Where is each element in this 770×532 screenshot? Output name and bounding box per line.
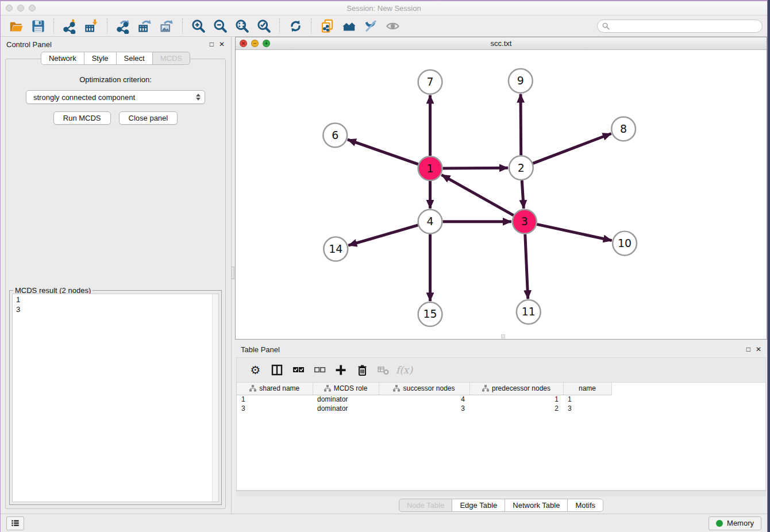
attribute-icon <box>482 385 489 392</box>
graph-node-11[interactable]: 11 <box>517 300 541 324</box>
table-row[interactable]: 3dominator323 <box>237 404 611 413</box>
column-header-predecessor-nodes[interactable]: predecessor nodes <box>469 383 563 395</box>
duplicate-network-button[interactable] <box>316 17 338 34</box>
close-panel-icon[interactable]: ✕ <box>219 41 225 48</box>
birds-eye-view-button[interactable] <box>382 17 403 34</box>
deselect-all-rows-button[interactable] <box>309 360 330 380</box>
edge-3-1[interactable] <box>441 175 513 215</box>
search-box[interactable] <box>597 20 763 33</box>
zoom-fit-button[interactable] <box>231 17 253 34</box>
table-row[interactable]: 1dominator411 <box>237 395 611 404</box>
deselect-all-rows-icon <box>313 364 326 376</box>
edge-2-9[interactable] <box>521 94 521 156</box>
graph-node-3[interactable]: 3 <box>513 210 537 234</box>
edge-1-6[interactable] <box>348 140 418 164</box>
add-column-button[interactable] <box>330 360 351 380</box>
splitter-handle[interactable] <box>231 267 234 279</box>
float-window-icon[interactable]: □ <box>746 346 750 353</box>
mcds-result-text[interactable]: 13 <box>12 294 219 502</box>
edge-1-2[interactable] <box>442 168 508 168</box>
graph-node-2[interactable]: 2 <box>509 156 533 180</box>
refresh-button[interactable] <box>284 17 306 34</box>
zoom-in-button[interactable] <box>187 17 209 34</box>
zoom-out-button[interactable] <box>209 17 231 34</box>
table-cell[interactable]: dominator <box>313 395 379 404</box>
float-window-icon[interactable]: □ <box>210 41 214 48</box>
tab-select[interactable]: Select <box>116 52 153 65</box>
first-neighbors-button[interactable] <box>338 17 360 34</box>
export-image-button[interactable] <box>156 17 178 34</box>
vertical-splitter[interactable] <box>230 37 235 514</box>
tab-mcds[interactable]: MCDS <box>152 52 190 65</box>
table-cell[interactable]: 1 <box>469 395 563 404</box>
table-cell[interactable]: 3 <box>379 404 469 413</box>
svg-text:9: 9 <box>517 74 524 87</box>
network-graph[interactable]: 7968124314101511 <box>236 50 767 337</box>
column-header-successor-nodes[interactable]: successor nodes <box>379 383 469 395</box>
column-header-shared-name[interactable]: shared name <box>237 383 313 395</box>
add-column-icon <box>334 364 347 376</box>
edge-2-8[interactable] <box>533 134 611 164</box>
graph-node-15[interactable]: 15 <box>418 302 442 326</box>
save-session-icon <box>30 18 46 34</box>
tab-motifs[interactable]: Motifs <box>567 499 603 512</box>
table-cell[interactable]: dominator <box>313 404 379 413</box>
svg-text:7: 7 <box>427 75 434 88</box>
close-panel-button[interactable]: Close panel <box>119 111 178 125</box>
column-header-name[interactable]: name <box>563 383 611 395</box>
edge-3-10[interactable] <box>537 224 611 240</box>
tab-network[interactable]: Network <box>41 52 84 65</box>
table-cell[interactable]: 4 <box>379 395 469 404</box>
delete-column-button[interactable] <box>351 360 372 380</box>
graph-node-7[interactable]: 7 <box>418 70 442 94</box>
memory-button[interactable]: Memory <box>709 516 761 530</box>
graph-node-14[interactable]: 14 <box>324 237 348 261</box>
table-cell[interactable]: 1 <box>237 395 313 404</box>
table-settings-button[interactable]: ⚙ <box>245 360 266 380</box>
tab-edge-table[interactable]: Edge Table <box>452 499 505 512</box>
open-session-button[interactable] <box>5 17 27 34</box>
import-table-button[interactable] <box>80 17 102 34</box>
task-history-button[interactable] <box>6 516 24 530</box>
tab-node-table[interactable]: Node Table <box>399 499 453 512</box>
delete-table-button <box>372 360 394 380</box>
graph-node-9[interactable]: 9 <box>509 69 533 93</box>
import-network-button[interactable] <box>59 17 80 34</box>
select-all-rows-button[interactable] <box>287 360 309 380</box>
attribute-icon <box>393 385 400 392</box>
network-canvas[interactable]: 7968124314101511 <box>236 50 767 339</box>
table-cell[interactable]: 2 <box>469 404 563 413</box>
graphics-details-button[interactable] <box>360 17 382 34</box>
canvas-resize-handle[interactable] <box>501 334 505 338</box>
show-columns-button[interactable] <box>266 360 287 380</box>
selected-criterion: strongly connected component <box>33 93 196 102</box>
graph-node-1[interactable]: 1 <box>418 156 442 180</box>
table-panel-title: Table Panel <box>241 345 280 354</box>
result-scrollbar[interactable] <box>212 294 218 502</box>
search-input[interactable] <box>613 22 757 30</box>
close-panel-icon[interactable]: ✕ <box>756 346 761 353</box>
save-session-button[interactable] <box>27 17 49 34</box>
edge-4-14[interactable] <box>348 225 418 245</box>
table-cell[interactable]: 1 <box>563 395 611 404</box>
table-cell[interactable]: 3 <box>563 404 611 413</box>
tab-style[interactable]: Style <box>84 52 117 65</box>
zoom-selected-button[interactable] <box>253 17 275 34</box>
network-window-titlebar[interactable]: ✕ − + scc.txt <box>236 37 767 50</box>
table-cell[interactable]: 3 <box>237 404 313 413</box>
mcds-result-line: 3 <box>16 304 215 314</box>
column-header-MCDS-role[interactable]: MCDS role <box>313 383 379 395</box>
graph-node-8[interactable]: 8 <box>611 117 636 141</box>
tab-network-table[interactable]: Network Table <box>505 499 568 512</box>
export-network-icon <box>116 18 131 34</box>
table-hscroll-track[interactable] <box>236 491 766 496</box>
graph-node-6[interactable]: 6 <box>323 123 347 147</box>
export-table-button[interactable] <box>134 17 156 34</box>
graph-node-4[interactable]: 4 <box>418 210 442 234</box>
edge-3-11[interactable] <box>525 234 528 299</box>
edge-2-3[interactable] <box>522 180 523 209</box>
optimization-criterion-select[interactable]: strongly connected component <box>26 90 205 104</box>
graph-node-10[interactable]: 10 <box>613 232 637 256</box>
export-network-button[interactable] <box>112 17 134 34</box>
run-mcds-button[interactable]: Run MCDS <box>53 111 111 125</box>
